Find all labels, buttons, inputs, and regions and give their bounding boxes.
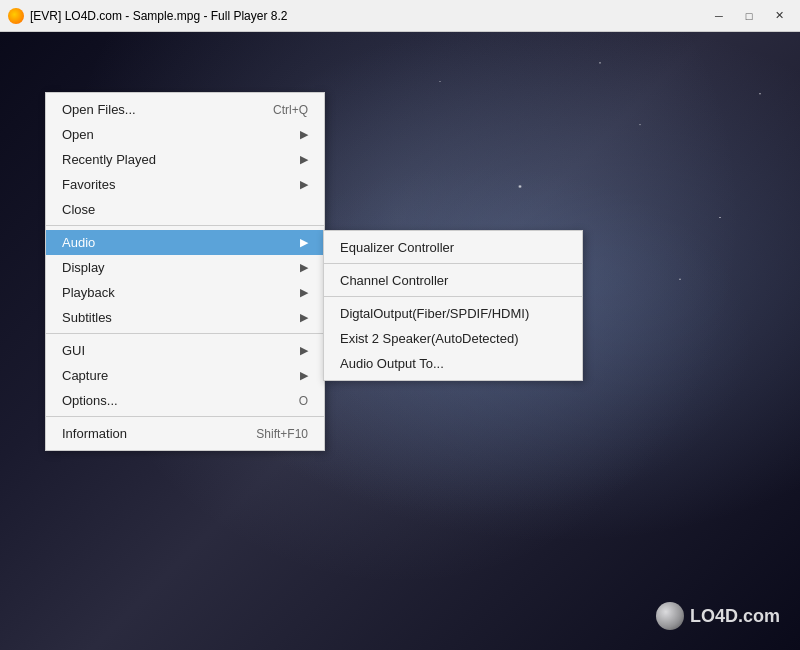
lo4d-globe-icon	[656, 602, 684, 630]
menu-item-recently-played-label: Recently Played	[62, 152, 292, 167]
submenu-item-digital-output-label: DigtalOutput(Fiber/SPDIF/HDMI)	[340, 306, 529, 321]
menu-item-recently-played[interactable]: Recently Played ▶	[46, 147, 324, 172]
menu-item-display-arrow: ▶	[300, 261, 308, 274]
maximize-button[interactable]: □	[736, 6, 762, 26]
menu-item-options[interactable]: Options... O	[46, 388, 324, 417]
menu-item-open[interactable]: Open ▶	[46, 122, 324, 147]
menu-item-information-label: Information	[62, 426, 216, 441]
menu-item-capture-label: Capture	[62, 368, 292, 383]
menu-item-subtitles-label: Subtitles	[62, 310, 292, 325]
menu-item-display-label: Display	[62, 260, 292, 275]
menu-item-favorites-label: Favorites	[62, 177, 292, 192]
menu-item-audio-arrow: ▶	[300, 236, 308, 249]
menu-item-capture[interactable]: Capture ▶	[46, 363, 324, 388]
menu-item-subtitles-arrow: ▶	[300, 311, 308, 324]
close-button[interactable]: ✕	[766, 6, 792, 26]
menu-item-close-label: Close	[62, 202, 308, 217]
menu-item-subtitles[interactable]: Subtitles ▶	[46, 305, 324, 334]
window-title: [EVR] LO4D.com - Sample.mpg - Full Playe…	[30, 9, 706, 23]
menu-item-gui-label: GUI	[62, 343, 292, 358]
menu-item-audio-label: Audio	[62, 235, 292, 250]
menu-item-information-shortcut: Shift+F10	[256, 427, 308, 441]
submenu-item-audio-output[interactable]: Audio Output To...	[324, 351, 582, 376]
submenu-item-channel[interactable]: Channel Controller	[324, 268, 582, 297]
menu-item-display[interactable]: Display ▶	[46, 255, 324, 280]
menu-item-favorites[interactable]: Favorites ▶	[46, 172, 324, 197]
menu-item-options-shortcut: O	[299, 394, 308, 408]
main-content: Open Files... Ctrl+Q Open ▶ Recently Pla…	[0, 32, 800, 650]
menu-item-information[interactable]: Information Shift+F10	[46, 421, 324, 446]
menu-item-open-files-label: Open Files...	[62, 102, 233, 117]
context-menu: Open Files... Ctrl+Q Open ▶ Recently Pla…	[45, 92, 325, 451]
lo4d-logo-text: LO4D.com	[690, 606, 780, 627]
menu-item-open-label: Open	[62, 127, 292, 142]
submenu-item-digital-output[interactable]: DigtalOutput(Fiber/SPDIF/HDMI)	[324, 301, 582, 326]
menu-item-open-files[interactable]: Open Files... Ctrl+Q	[46, 97, 324, 122]
submenu-item-audio-output-label: Audio Output To...	[340, 356, 444, 371]
window-controls: ─ □ ✕	[706, 6, 792, 26]
menu-item-open-files-shortcut: Ctrl+Q	[273, 103, 308, 117]
submenu-item-exist-speaker[interactable]: Exist 2 Speaker(AutoDetected)	[324, 326, 582, 351]
title-bar: [EVR] LO4D.com - Sample.mpg - Full Playe…	[0, 0, 800, 32]
menu-item-gui[interactable]: GUI ▶	[46, 338, 324, 363]
submenu-item-equalizer[interactable]: Equalizer Controller	[324, 235, 582, 264]
lo4d-logo: LO4D.com	[656, 602, 780, 630]
submenu-item-exist-speaker-label: Exist 2 Speaker(AutoDetected)	[340, 331, 518, 346]
menu-item-options-label: Options...	[62, 393, 259, 408]
menu-item-capture-arrow: ▶	[300, 369, 308, 382]
submenu-group-audio: Audio ▶ Equalizer Controller Channel Con…	[46, 230, 324, 255]
menu-item-audio[interactable]: Audio ▶	[46, 230, 324, 255]
menu-item-recently-played-arrow: ▶	[300, 153, 308, 166]
audio-submenu: Equalizer Controller Channel Controller …	[323, 230, 583, 381]
menu-item-favorites-arrow: ▶	[300, 178, 308, 191]
menu-item-gui-arrow: ▶	[300, 344, 308, 357]
menu-item-playback-label: Playback	[62, 285, 292, 300]
submenu-item-channel-label: Channel Controller	[340, 273, 448, 288]
submenu-item-equalizer-label: Equalizer Controller	[340, 240, 454, 255]
menu-item-close[interactable]: Close	[46, 197, 324, 226]
menu-item-playback[interactable]: Playback ▶	[46, 280, 324, 305]
app-icon	[8, 8, 24, 24]
menu-item-playback-arrow: ▶	[300, 286, 308, 299]
menu-item-open-arrow: ▶	[300, 128, 308, 141]
minimize-button[interactable]: ─	[706, 6, 732, 26]
